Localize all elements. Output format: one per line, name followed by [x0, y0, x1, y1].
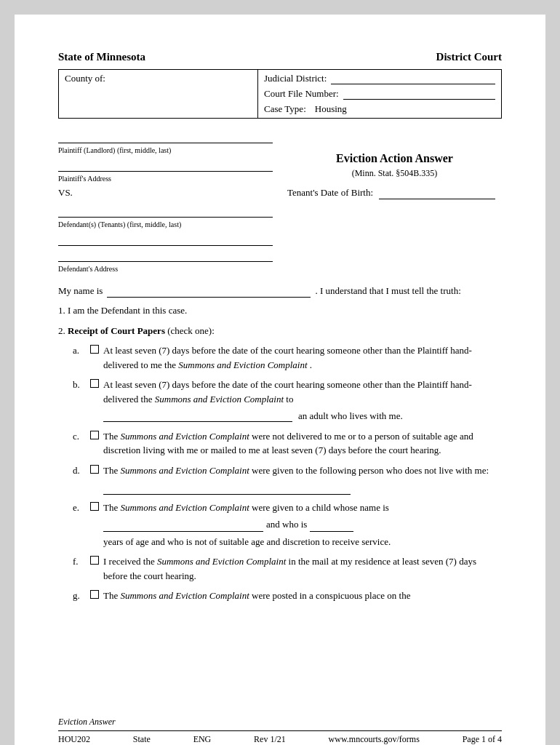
item-2-suffix: (check one):: [167, 325, 215, 336]
item-c-letter: c.: [73, 429, 87, 444]
case-type-label: Case Type:: [264, 103, 306, 115]
plaintiff-address-line[interactable]: [58, 159, 273, 172]
item-e-letter: e.: [73, 501, 87, 515]
item-a-text2: .: [310, 359, 312, 370]
item-b-line[interactable]: [103, 410, 292, 422]
right-info-inner: Judicial District: Court File Number: Ca…: [258, 70, 501, 118]
item-c-text1: The: [103, 431, 118, 442]
case-type-row: Case Type: Housing: [264, 103, 495, 115]
defendant-address-line-1[interactable]: [58, 233, 273, 246]
plaintiff-label: Plaintiff (Landlord) (first, middle, las…: [58, 146, 273, 154]
defendant-label: Defendant(s) (Tenants) (first, middle, l…: [58, 220, 273, 228]
item-e-text4: years of age and who is not of suitable …: [103, 535, 391, 549]
document-header: State of Minnesota District Court: [58, 51, 502, 63]
court-name: District Court: [436, 51, 502, 63]
item-1-text: 1. I am the Defendant in this case.: [58, 305, 187, 316]
right-info-cell: Judicial District: Court File Number: Ca…: [258, 70, 502, 119]
item-c-content: The Summons and Eviction Complaint were …: [103, 429, 502, 458]
right-form-title-column: Eviction Action Answer (Minn. Stat. §504…: [287, 130, 502, 202]
county-cell: County of:: [59, 70, 258, 119]
item-b-italic: Summons and Eviction Complaint: [155, 394, 284, 405]
item-c-italic: Summons and Eviction Complaint: [120, 431, 249, 442]
item-a-italic: Summons and Eviction Complaint: [178, 359, 307, 370]
item-d-checkbox[interactable]: [90, 465, 99, 474]
item-c: c. The Summons and Eviction Complaint we…: [73, 429, 502, 458]
item-e-name-line[interactable]: [103, 520, 263, 532]
item-g: g. The Summons and Eviction Complaint we…: [73, 589, 502, 603]
item-f: f. I received the Summons and Eviction C…: [73, 554, 502, 583]
item-g-text2: were posted in a conspicuous place on th…: [252, 590, 410, 601]
item-2: 2. Receipt of Court Papers (check one):: [58, 324, 502, 338]
left-parties-column: Plaintiff (Landlord) (first, middle, las…: [58, 130, 273, 277]
footer-form-number: HOU202: [58, 734, 90, 745]
plaintiff-name-line[interactable]: [58, 130, 273, 143]
footer-italic-label: Eviction Answer: [58, 717, 502, 728]
item-2-bold: Receipt of Court Papers: [68, 325, 165, 336]
court-info-table: County of: Judicial District: Court File…: [58, 69, 502, 119]
item-e-italic: Summons and Eviction Complaint: [120, 502, 249, 513]
judicial-district-line[interactable]: [331, 73, 495, 84]
item-a-content: At least seven (7) days before the date …: [103, 343, 502, 372]
item-b-text2: to: [286, 394, 293, 405]
court-file-line[interactable]: [343, 88, 495, 100]
footer-language: ENG: [193, 734, 212, 745]
name-input-line[interactable]: [107, 284, 311, 298]
tenant-dob-row: Tenant's Date of Birth:: [287, 186, 502, 199]
footer-page: Page 1 of 4: [463, 734, 502, 745]
court-file-row: Court File Number:: [264, 88, 495, 100]
item-b-checkbox[interactable]: [90, 379, 99, 388]
item-b: b. At least seven (7) days before the da…: [73, 378, 502, 423]
parties-section: Plaintiff (Landlord) (first, middle, las…: [58, 130, 502, 277]
item-e-content: The Summons and Eviction Complaint were …: [103, 501, 502, 549]
tenant-dob-input[interactable]: [379, 186, 495, 199]
defendant-address-line-2[interactable]: [58, 249, 273, 262]
judicial-district-row: Judicial District:: [264, 73, 495, 84]
item-d-italic: Summons and Eviction Complaint: [120, 465, 249, 476]
item-a: a. At least seven (7) days before the da…: [73, 343, 502, 372]
item-e-text2: were given to a child whose name is: [252, 502, 389, 513]
case-type-value: Housing: [315, 103, 347, 115]
item-f-italic: Summons and Eviction Complaint: [157, 556, 286, 567]
footer-state: State: [133, 734, 151, 745]
item-g-letter: g.: [73, 589, 87, 603]
item-c-checkbox[interactable]: [90, 431, 99, 439]
item-d-text2: were given to the following person who d…: [252, 465, 489, 476]
item-g-content: The Summons and Eviction Complaint were …: [103, 589, 502, 603]
item-d-line[interactable]: [103, 483, 351, 495]
item-e-text1: The: [103, 502, 118, 513]
item-f-text1: I received the: [103, 556, 155, 567]
court-file-label: Court File Number:: [264, 88, 339, 100]
item-2-prefix: 2.: [58, 325, 65, 336]
item-d: d. The Summons and Eviction Complaint we…: [73, 463, 502, 495]
state-name: State of Minnesota: [58, 51, 145, 63]
item-e-age-line[interactable]: [310, 520, 353, 532]
vs-text: VS.: [58, 187, 273, 199]
my-name-row: My name is . I understand that I must te…: [58, 284, 502, 298]
footer-bottom-row: HOU202 State ENG Rev 1/21 www.mncourts.g…: [58, 730, 502, 745]
item-d-text1: The: [103, 465, 118, 476]
item-g-checkbox[interactable]: [90, 590, 99, 599]
item-e: e. The Summons and Eviction Complaint we…: [73, 501, 502, 549]
item-1: 1. I am the Defendant in this case.: [58, 303, 502, 318]
item-e-checkbox[interactable]: [90, 502, 99, 511]
item-a-checkbox[interactable]: [90, 345, 99, 354]
defendant-name-line[interactable]: [58, 204, 273, 218]
item-g-italic: Summons and Eviction Complaint: [120, 590, 249, 601]
document-page: State of Minnesota District Court County…: [15, 15, 545, 745]
judicial-district-label: Judicial District:: [264, 73, 327, 84]
footer-website: www.mncourts.gov/forms: [329, 734, 420, 745]
item-b-content: At least seven (7) days before the date …: [103, 378, 502, 423]
truth-text: . I understand that I must tell the trut…: [315, 285, 460, 297]
footer-revision: Rev 1/21: [254, 734, 286, 745]
item-f-checkbox[interactable]: [90, 556, 99, 565]
county-label: County of:: [65, 73, 105, 84]
tenant-dob-label: Tenant's Date of Birth:: [287, 187, 373, 199]
item-f-letter: f.: [73, 554, 87, 569]
defendant-address-label: Defendant's Address: [58, 265, 273, 273]
lettered-items: a. At least seven (7) days before the da…: [73, 343, 502, 603]
form-title: Eviction Action Answer: [287, 152, 502, 165]
item-d-letter: d.: [73, 463, 87, 478]
item-a-letter: a.: [73, 343, 87, 358]
item-f-content: I received the Summons and Eviction Comp…: [103, 554, 502, 583]
document-footer: Eviction Answer HOU202 State ENG Rev 1/2…: [58, 717, 502, 745]
